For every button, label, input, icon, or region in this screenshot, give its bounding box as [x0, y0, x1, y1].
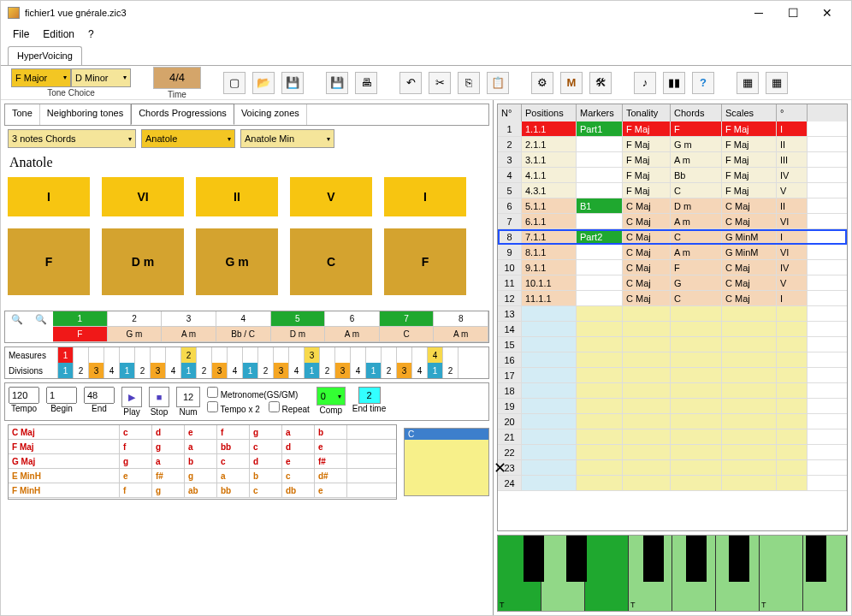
measure-cell[interactable]: [443, 347, 459, 363]
grid-row[interactable]: 23: [498, 460, 847, 476]
measure-cell[interactable]: [289, 347, 305, 363]
black-key[interactable]: [729, 536, 749, 582]
bar-chord[interactable]: D m: [271, 327, 326, 342]
tempox2-checkbox[interactable]: Tempo x 2: [207, 401, 260, 414]
paste-icon[interactable]: 📋: [487, 72, 509, 94]
bar-chord[interactable]: C: [380, 327, 435, 342]
tone-minor-combo[interactable]: D Minor▾: [71, 68, 131, 87]
minimize-button[interactable]: ─: [742, 3, 776, 23]
table-row[interactable]: F Majfgabbcde: [9, 440, 396, 454]
cut-icon[interactable]: ✂: [429, 72, 451, 94]
end-input[interactable]: [84, 387, 115, 404]
bar-number[interactable]: 6: [325, 311, 380, 327]
measure-cell[interactable]: [74, 347, 89, 363]
bar-number[interactable]: 8: [434, 311, 488, 327]
grid-row[interactable]: 109.1.1C MajFC MajIV: [498, 260, 847, 275]
division-cell[interactable]: 4: [166, 363, 181, 378]
piano-icon[interactable]: ▮▮: [663, 72, 685, 94]
progression-combo-1[interactable]: Anatole▾: [141, 129, 235, 148]
bar-number[interactable]: 5: [271, 311, 326, 327]
measure-cell[interactable]: [197, 347, 212, 363]
black-key[interactable]: [806, 536, 826, 582]
division-cell[interactable]: 2: [74, 363, 89, 378]
grid-row[interactable]: 44.1.1F MajBbF MajIV: [498, 168, 847, 183]
black-key[interactable]: [524, 536, 544, 582]
grid-row[interactable]: 1110.1.1C MajGC MajV: [498, 275, 847, 291]
division-cell[interactable]: 3: [89, 363, 104, 378]
division-cell[interactable]: 2: [197, 363, 212, 378]
chord-box[interactable]: C: [290, 228, 372, 295]
grid-row[interactable]: 21: [498, 429, 847, 445]
grid-row[interactable]: 22.1.1F MajG mF MajII: [498, 137, 847, 152]
division-cell[interactable]: 1: [58, 363, 74, 378]
note-pad[interactable]: C: [404, 428, 489, 496]
measure-cell[interactable]: [104, 347, 120, 363]
grid-row[interactable]: 76.1.1C MajA mC MajVI: [498, 214, 847, 229]
maximize-button[interactable]: ☐: [776, 3, 810, 23]
division-cell[interactable]: 1: [243, 363, 258, 378]
bar-number[interactable]: 4: [216, 311, 271, 327]
table-row[interactable]: F MinHfgabbbcdbe: [9, 483, 396, 498]
progression-grid[interactable]: N° Positions Markers Tonality Chords Sca…: [497, 104, 848, 531]
measure-cell[interactable]: [151, 347, 166, 363]
table-row[interactable]: C Majcdefgab: [9, 425, 396, 440]
grid-row[interactable]: 15: [498, 337, 847, 352]
division-cell[interactable]: 2: [135, 363, 151, 378]
bar-chord[interactable]: A m: [434, 327, 488, 342]
measure-cell[interactable]: [320, 347, 335, 363]
undo-icon[interactable]: ↶: [399, 72, 422, 94]
help-icon[interactable]: ?: [692, 72, 714, 94]
division-cell[interactable]: 4: [412, 363, 428, 378]
measure-cell[interactable]: 2: [181, 347, 197, 363]
metronome-checkbox[interactable]: Metronome(GS/GM): [207, 387, 310, 400]
measure-cell[interactable]: [382, 347, 397, 363]
begin-input[interactable]: [46, 387, 77, 404]
measure-cell[interactable]: 1: [58, 347, 74, 363]
zoom-in-icon[interactable]: 🔍: [35, 314, 47, 325]
degree-box[interactable]: I: [384, 177, 466, 216]
time-signature-button[interactable]: 4/4: [153, 67, 201, 89]
menu-edition[interactable]: Edition: [43, 28, 74, 40]
grid-row[interactable]: 11.1.1Part1F MajFF MajI: [498, 121, 847, 137]
chord-type-combo[interactable]: 3 notes Chords▾: [8, 129, 136, 148]
degree-box[interactable]: V: [290, 177, 372, 216]
measure-cell[interactable]: 3: [305, 347, 320, 363]
save-as-icon[interactable]: 💾: [326, 72, 348, 94]
grid-row[interactable]: 54.3.1F MajCF MajV: [498, 183, 847, 198]
division-cell[interactable]: 4: [289, 363, 305, 378]
bar-number[interactable]: 1: [53, 311, 108, 327]
grid2-icon[interactable]: ▦: [766, 72, 788, 94]
bar-chord[interactable]: G m: [108, 327, 163, 342]
degree-box[interactable]: VI: [102, 177, 184, 216]
tab-tone[interactable]: Tone: [5, 104, 40, 125]
measure-cell[interactable]: 4: [428, 347, 443, 363]
division-cell[interactable]: 1: [120, 363, 135, 378]
menu-file[interactable]: File: [13, 28, 29, 40]
measure-cell[interactable]: [89, 347, 104, 363]
grid-row[interactable]: 65.1.1B1C MajD mC MajII: [498, 198, 847, 214]
save-file-icon[interactable]: 💾: [281, 72, 304, 94]
grid-row[interactable]: 17: [498, 368, 847, 383]
grid-row[interactable]: 14: [498, 322, 847, 337]
grid1-icon[interactable]: ▦: [737, 72, 759, 94]
copy-icon[interactable]: ⎘: [458, 72, 480, 94]
grid-row[interactable]: 1211.1.1C MajCC MajI: [498, 291, 847, 306]
bar-number[interactable]: 2: [108, 311, 163, 327]
black-key[interactable]: [686, 536, 707, 582]
division-cell[interactable]: 1: [366, 363, 382, 378]
chord-box[interactable]: F: [384, 228, 466, 295]
measure-cell[interactable]: [412, 347, 428, 363]
grid-row[interactable]: 20: [498, 414, 847, 429]
grid-row[interactable]: 16: [498, 352, 847, 368]
division-cell[interactable]: 3: [274, 363, 289, 378]
division-cell[interactable]: 2: [443, 363, 459, 378]
measure-cell[interactable]: [120, 347, 135, 363]
settings-icon[interactable]: ⚙: [531, 72, 553, 94]
note-icon[interactable]: ♪: [634, 72, 656, 94]
measure-cell[interactable]: [397, 347, 412, 363]
division-cell[interactable]: 2: [258, 363, 274, 378]
tab-voicing-zones[interactable]: Voicing zones: [234, 104, 307, 125]
black-key[interactable]: [643, 536, 664, 582]
chord-box[interactable]: F: [8, 228, 90, 295]
grid-row[interactable]: 22: [498, 445, 847, 460]
